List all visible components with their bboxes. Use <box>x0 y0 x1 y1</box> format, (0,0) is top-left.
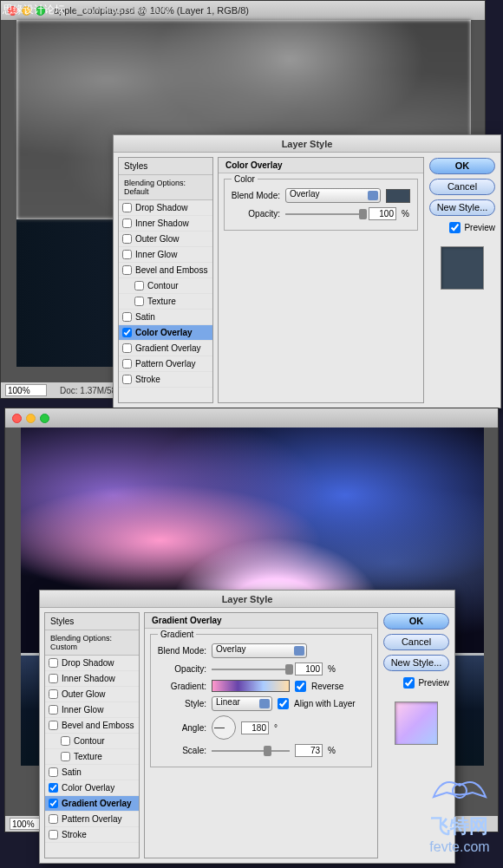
new-style-button[interactable]: New Style... <box>429 199 495 216</box>
styles-header[interactable]: Styles <box>45 613 139 630</box>
angle-label: Angle: <box>156 723 206 733</box>
cancel-button[interactable]: Cancel <box>383 634 449 650</box>
style-item-inner-glow[interactable]: Inner Glow <box>119 247 212 263</box>
style-checkbox[interactable] <box>134 281 144 290</box>
styles-list: Styles Blending Options: Custom Drop Sha… <box>44 612 140 858</box>
style-checkbox[interactable] <box>61 752 70 761</box>
style-select[interactable]: Linear <box>212 696 272 711</box>
style-checkbox[interactable] <box>49 767 58 777</box>
style-checkbox[interactable] <box>122 265 132 275</box>
style-checkbox[interactable] <box>122 219 132 228</box>
style-checkbox[interactable] <box>122 343 132 353</box>
dialog-title[interactable]: Layer Style <box>40 591 454 608</box>
style-label: Color Overlay <box>135 328 193 337</box>
ok-button[interactable]: OK <box>383 613 449 630</box>
style-item-bevel-and-emboss[interactable]: Bevel and Emboss <box>45 718 139 734</box>
dialog-title[interactable]: Layer Style <box>114 135 500 153</box>
scale-input[interactable] <box>295 744 323 757</box>
style-label: Drop Shadow <box>135 203 188 212</box>
style-checkbox[interactable] <box>122 375 132 384</box>
zoom-icon[interactable] <box>40 414 49 423</box>
style-checkbox[interactable] <box>49 721 58 730</box>
style-item-drop-shadow[interactable]: Drop Shadow <box>45 656 139 671</box>
style-checkbox[interactable] <box>49 830 58 839</box>
style-item-inner-shadow[interactable]: Inner Shadow <box>45 671 139 687</box>
reverse-checkbox[interactable] <box>295 681 306 692</box>
style-item-color-overlay[interactable]: Color Overlay <box>45 780 139 796</box>
style-item-outer-glow[interactable]: Outer Glow <box>45 687 139 702</box>
new-style-button[interactable]: New Style... <box>383 655 449 671</box>
style-label: Inner Glow <box>135 250 177 259</box>
preview-checkbox[interactable] <box>403 677 415 689</box>
buttons-panel: OK Cancel New Style... Preview <box>424 153 500 408</box>
style-label: Bevel and Emboss <box>62 721 134 730</box>
color-swatch[interactable] <box>386 189 410 203</box>
close-icon[interactable] <box>12 414 22 423</box>
style-checkbox[interactable] <box>49 674 58 683</box>
style-item-texture[interactable]: Texture <box>119 294 212 310</box>
blending-options[interactable]: Blending Options: Custom <box>45 630 139 656</box>
style-item-texture[interactable]: Texture <box>45 749 139 765</box>
style-item-bevel-and-emboss[interactable]: Bevel and Emboss <box>119 263 212 278</box>
minimize-icon[interactable] <box>26 414 36 423</box>
style-item-inner-glow[interactable]: Inner Glow <box>45 702 139 718</box>
gradient-label: Gradient: <box>156 682 206 691</box>
panel-title: Color Overlay <box>219 158 423 173</box>
style-item-color-overlay[interactable]: Color Overlay <box>119 325 212 341</box>
style-label: Color Overlay <box>62 783 114 793</box>
style-checkbox[interactable] <box>49 689 58 699</box>
style-label: Satin <box>135 312 155 322</box>
style-item-inner-shadow[interactable]: Inner Shadow <box>119 216 212 232</box>
opacity-input[interactable] <box>295 662 323 675</box>
style-item-satin[interactable]: Satin <box>119 310 212 325</box>
style-checkbox[interactable] <box>122 328 132 337</box>
style-label: Style: <box>156 699 206 708</box>
style-item-pattern-overlay[interactable]: Pattern Overlay <box>45 812 139 827</box>
scale-slider[interactable] <box>212 750 290 752</box>
style-item-satin[interactable]: Satin <box>45 765 139 780</box>
style-label: Inner Glow <box>62 705 103 715</box>
cancel-button[interactable]: Cancel <box>429 179 495 195</box>
blend-mode-select[interactable]: Overlay <box>212 643 307 658</box>
layer-style-dialog-2: Layer Style Styles Blending Options: Cus… <box>39 590 455 864</box>
opacity-slider[interactable] <box>212 669 290 670</box>
ok-button[interactable]: OK <box>429 158 495 174</box>
watermark: 思缘设计论坛 WWW.MISSYUAN.COM <box>3 3 169 17</box>
style-item-contour[interactable]: Contour <box>119 278 212 294</box>
angle-dial[interactable] <box>212 715 236 740</box>
style-item-contour[interactable]: Contour <box>45 734 139 749</box>
style-item-pattern-overlay[interactable]: Pattern Overlay <box>119 356 212 372</box>
styles-header[interactable]: Styles <box>119 158 212 175</box>
ps-titlebar[interactable] <box>5 408 498 427</box>
opacity-input[interactable] <box>369 207 396 220</box>
style-label: Outer Glow <box>135 234 180 244</box>
style-item-outer-glow[interactable]: Outer Glow <box>119 232 212 247</box>
gradient-picker[interactable] <box>212 680 290 692</box>
opacity-slider[interactable] <box>285 213 363 215</box>
blending-options[interactable]: Blending Options: Default <box>119 175 212 200</box>
style-item-gradient-overlay[interactable]: Gradient Overlay <box>119 341 212 356</box>
style-checkbox[interactable] <box>49 783 58 793</box>
wings-icon <box>425 767 494 813</box>
style-checkbox[interactable] <box>49 799 58 808</box>
angle-input[interactable] <box>241 721 269 734</box>
style-checkbox[interactable] <box>122 312 132 322</box>
style-checkbox[interactable] <box>49 705 58 715</box>
style-checkbox[interactable] <box>122 359 132 369</box>
preview-checkbox[interactable] <box>449 222 461 233</box>
style-checkbox[interactable] <box>49 814 58 824</box>
style-label: Gradient Overlay <box>135 343 201 353</box>
style-checkbox[interactable] <box>122 203 132 212</box>
zoom-input[interactable] <box>5 384 47 396</box>
style-item-drop-shadow[interactable]: Drop Shadow <box>119 200 212 216</box>
style-item-gradient-overlay[interactable]: Gradient Overlay <box>45 796 139 812</box>
style-checkbox[interactable] <box>122 234 132 244</box>
style-checkbox[interactable] <box>49 658 58 668</box>
align-checkbox[interactable] <box>278 698 289 709</box>
blend-mode-select[interactable]: Overlay <box>285 188 381 203</box>
style-checkbox[interactable] <box>134 297 144 306</box>
style-item-stroke[interactable]: Stroke <box>119 372 212 388</box>
style-item-stroke[interactable]: Stroke <box>45 827 139 843</box>
style-checkbox[interactable] <box>122 250 132 259</box>
style-checkbox[interactable] <box>61 736 70 746</box>
